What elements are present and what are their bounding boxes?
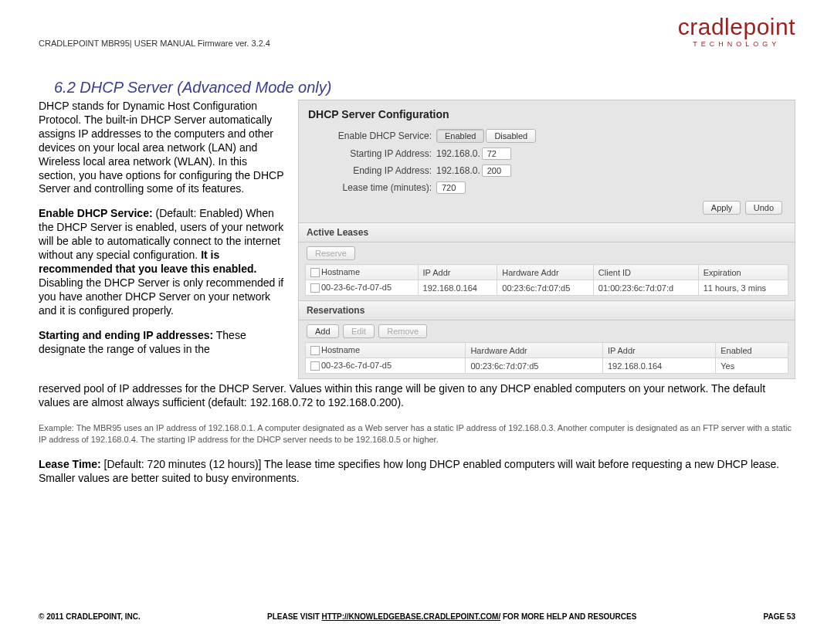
- reserve-button[interactable]: Reserve: [307, 246, 355, 260]
- col-enabled: Enabled: [716, 343, 788, 358]
- enable-label: Enable DHCP Service:: [39, 207, 153, 219]
- col-clientid: Client ID: [593, 265, 698, 280]
- cell: 01:00:23:6c:7d:07:d: [593, 280, 698, 296]
- lease-text: [Default: 720 minutes (12 hours)] The le…: [39, 458, 779, 484]
- table-row[interactable]: 00-23-6c-7d-07-d5 00:23:6c:7d:07:d5 192.…: [306, 358, 788, 374]
- active-leases-table: Hostname IP Addr Hardware Addr Client ID…: [305, 264, 788, 296]
- col-ipaddr: IP Addr: [418, 265, 497, 280]
- end-ip-input[interactable]: 200: [482, 164, 511, 177]
- add-button[interactable]: Add: [307, 324, 339, 338]
- col-expiration: Expiration: [698, 265, 788, 280]
- end-ip-label: Ending IP Address:: [308, 165, 436, 176]
- start-para-lead: Starting and ending IP addresses: These …: [39, 329, 287, 357]
- checkbox-icon[interactable]: [310, 268, 320, 277]
- reservations-head: Reservations: [299, 300, 795, 320]
- edit-button[interactable]: Edit: [343, 324, 375, 338]
- disabled-button[interactable]: Disabled: [486, 129, 536, 143]
- lease-time-input[interactable]: 720: [436, 181, 466, 194]
- undo-button[interactable]: Undo: [745, 201, 782, 215]
- doc-header: CRADLEPOINT MBR95| USER MANUAL Firmware …: [39, 39, 270, 48]
- brand-main: cradlepoint: [678, 15, 795, 39]
- cell: 00:23:6c:7d:07:d5: [466, 358, 602, 374]
- enable-service-label: Enable DHCP Service:: [308, 130, 436, 141]
- col-hostname: Hostname: [321, 345, 360, 354]
- footer-right: PAGE 53: [763, 612, 795, 621]
- col-hwaddr: Hardware Addr: [466, 343, 602, 358]
- cell: 00-23-6c-7d-07-d5: [321, 283, 392, 292]
- lease-time-label: Lease time (minutes):: [308, 182, 436, 193]
- footer-left: © 2011 CRADLEPOINT, INC.: [39, 612, 141, 621]
- checkbox-icon[interactable]: [310, 361, 320, 371]
- enabled-button[interactable]: Enabled: [436, 129, 484, 143]
- cell: 192.168.0.164: [418, 280, 497, 296]
- active-leases-head: Active Leases: [299, 222, 795, 242]
- footer-mid: PLEASE VISIT HTTP://KNOWLEDGEBASE.CRADLE…: [267, 612, 636, 621]
- page-footer: © 2011 CRADLEPOINT, INC. PLEASE VISIT HT…: [39, 612, 795, 621]
- enable-para: Enable DHCP Service: (Default: Enabled) …: [39, 207, 287, 317]
- checkbox-icon[interactable]: [310, 283, 320, 293]
- cell: 00:23:6c:7d:07:d5: [497, 280, 594, 296]
- brand-sub: TECHNOLOGY: [678, 40, 795, 48]
- remove-button[interactable]: Remove: [378, 324, 427, 338]
- lease-para: Lease Time: [Default: 720 minutes (12 ho…: [39, 458, 795, 486]
- checkbox-icon[interactable]: [310, 346, 320, 355]
- brand-logo: cradlepoint TECHNOLOGY: [678, 15, 795, 48]
- start-ip-prefix: 192.168.0.: [436, 148, 480, 159]
- intro-para: DHCP stands for Dynamic Host Configurati…: [39, 100, 287, 196]
- left-column: DHCP stands for Dynamic Host Configurati…: [39, 100, 287, 379]
- cell: Yes: [716, 358, 788, 374]
- cell: 11 hours, 3 mins: [698, 280, 788, 296]
- table-row[interactable]: 00-23-6c-7d-07-d5 192.168.0.164 00:23:6c…: [306, 280, 788, 296]
- col-hwaddr: Hardware Addr: [497, 265, 594, 280]
- start-label: Starting and ending IP addresses:: [39, 329, 213, 341]
- start-text-cont: reserved pool of IP addresses for the DH…: [39, 382, 795, 410]
- kb-link[interactable]: HTTP://KNOWLEDGEBASE.CRADLEPOINT.COM/: [322, 612, 501, 621]
- cell: 192.168.0.164: [602, 358, 715, 374]
- cell: 00-23-6c-7d-07-d5: [321, 361, 392, 370]
- example-para: Example: The MBR95 uses an IP address of…: [39, 422, 795, 446]
- start-ip-input[interactable]: 72: [482, 147, 511, 160]
- panel-title: DHCP Server Configuration: [299, 100, 795, 127]
- section-title: 6.2 DHCP Server (Advanced Mode only): [54, 79, 795, 97]
- reservations-table: Hostname Hardware Addr IP Addr Enabled 0…: [305, 342, 788, 374]
- start-ip-label: Starting IP Address:: [308, 148, 436, 159]
- end-ip-prefix: 192.168.0.: [436, 165, 480, 176]
- col-ipaddr: IP Addr: [602, 343, 715, 358]
- dhcp-config-panel: DHCP Server Configuration Enable DHCP Se…: [298, 100, 795, 379]
- apply-button[interactable]: Apply: [703, 201, 741, 215]
- enable-tail: Disabling the DHCP Server is only recomm…: [39, 276, 283, 317]
- col-hostname: Hostname: [321, 267, 360, 276]
- lease-label: Lease Time:: [39, 458, 101, 470]
